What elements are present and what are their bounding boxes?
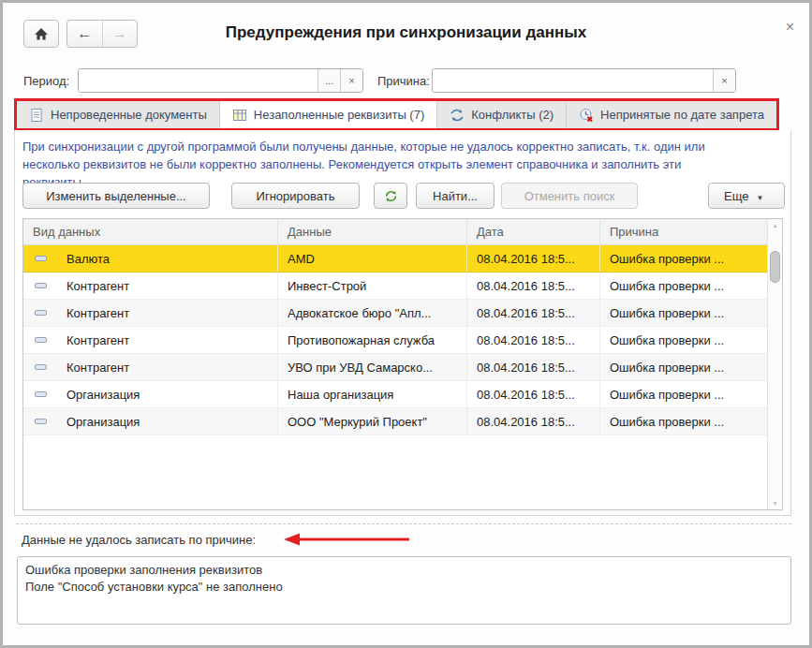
- cell-reason: Ошибка проверки ...: [600, 272, 782, 299]
- cell-kind: Контрагент: [66, 333, 129, 347]
- period-input[interactable]: [79, 69, 317, 92]
- table-icon: [232, 108, 247, 123]
- cell-date: 08.04.2016 18:5...: [467, 381, 600, 407]
- cell-date: 08.04.2016 18:5...: [467, 327, 600, 353]
- row-status-dash-icon: [35, 364, 47, 370]
- cell-kind: Организация: [66, 388, 140, 402]
- cell-date: 08.04.2016 18:5...: [467, 408, 600, 434]
- page-title: Предупреждения при синхронизации данных: [226, 23, 587, 42]
- table-row[interactable]: Контрагент Инвест-Строй 08.04.2016 18:5.…: [23, 272, 782, 300]
- scrollbar-thumb[interactable]: [770, 251, 780, 283]
- cell-date: 08.04.2016 18:5...: [467, 245, 600, 272]
- cell-date: 08.04.2016 18:5...: [467, 300, 600, 326]
- clock-denied-icon: [579, 108, 594, 123]
- cell-data: Наша организация: [278, 381, 467, 407]
- period-label: Период:: [23, 74, 69, 88]
- table-row[interactable]: Контрагент Противопожарная служба 08.04.…: [23, 327, 782, 354]
- home-button[interactable]: [23, 20, 59, 48]
- table-row[interactable]: Валюта AMD 08.04.2016 18:5... Ошибка про…: [23, 245, 782, 272]
- cell-reason: Ошибка проверки ...: [600, 300, 782, 326]
- period-field-group: ... ×: [78, 68, 363, 93]
- red-annotation-arrow-icon: [284, 532, 411, 551]
- row-status-dash-icon: [35, 391, 47, 397]
- column-header-kind[interactable]: Вид данных: [23, 219, 278, 244]
- table-row[interactable]: Организация ООО "Меркурий Проект" 08.04.…: [23, 408, 782, 435]
- history-buttons: ← →: [66, 20, 138, 48]
- cell-data: ООО "Меркурий Проект": [278, 408, 467, 434]
- reason-input[interactable]: [433, 69, 713, 92]
- tab-label: Непроведенные документы: [51, 108, 207, 122]
- cell-kind: Организация: [66, 415, 140, 429]
- cell-reason: Ошибка проверки ...: [600, 381, 782, 407]
- scroll-down-icon[interactable]: ▼: [768, 500, 782, 507]
- table-row[interactable]: Контрагент Адвокатское бюро "Апл... 08.0…: [23, 300, 782, 327]
- more-button[interactable]: Еще▼: [708, 183, 785, 209]
- row-status-dash-icon: [35, 337, 47, 343]
- back-arrow-icon: ←: [77, 25, 92, 42]
- table-header: Вид данных Данные Дата Причина: [23, 219, 782, 245]
- app-window: ← → Предупреждения при синхронизации дан…: [0, 0, 812, 648]
- refresh-icon: [384, 189, 398, 203]
- warnings-panel: При синхронизации с другой программой бы…: [14, 130, 791, 516]
- cell-reason: Ошибка проверки ...: [600, 408, 782, 434]
- ignore-button[interactable]: Игнорировать: [231, 183, 360, 209]
- cell-kind: Контрагент: [66, 361, 129, 375]
- conflict-arrows-icon: [450, 108, 465, 123]
- cell-data: Адвокатское бюро "Апл...: [278, 300, 467, 326]
- tab-unfilled-attributes[interactable]: Незаполненные реквизиты (7): [220, 101, 437, 128]
- tab-label: Незаполненные реквизиты (7): [254, 108, 424, 122]
- column-header-data[interactable]: Данные: [278, 219, 467, 244]
- cell-data: УВО при УВД Самарско...: [278, 354, 467, 380]
- close-icon[interactable]: ×: [786, 20, 794, 35]
- cancel-search-button[interactable]: Отменить поиск: [501, 183, 638, 209]
- edit-selected-button[interactable]: Изменить выделенные...: [22, 183, 210, 209]
- cell-kind: Контрагент: [66, 279, 129, 293]
- find-button[interactable]: Найти...: [416, 183, 495, 209]
- cell-reason: Ошибка проверки ...: [600, 327, 782, 353]
- cell-reason: Ошибка проверки ...: [600, 354, 782, 380]
- scroll-up-icon[interactable]: ▲: [768, 222, 782, 228]
- cell-kind: Валюта: [66, 252, 110, 266]
- table-body: Валюта AMD 08.04.2016 18:5... Ошибка про…: [23, 245, 782, 435]
- reason-clear-button[interactable]: ×: [713, 69, 735, 92]
- period-clear-button[interactable]: ×: [340, 69, 362, 92]
- tab-rejected-by-date[interactable]: Непринятые по дате запрета: [567, 101, 776, 128]
- period-select-button[interactable]: ...: [317, 69, 340, 92]
- failure-details-text[interactable]: Ошибка проверки заполнения реквизитов По…: [17, 556, 791, 625]
- cell-data: Инвест-Строй: [278, 272, 467, 299]
- home-icon: [34, 27, 49, 41]
- cell-kind: Контрагент: [66, 306, 129, 320]
- column-header-date[interactable]: Дата: [467, 219, 600, 244]
- tab-label: Непринятые по дате запрета: [600, 108, 764, 122]
- forward-arrow-icon: →: [112, 25, 127, 42]
- cell-data: Противопожарная служба: [278, 327, 467, 353]
- row-status-dash-icon: [35, 256, 47, 261]
- column-header-reason[interactable]: Причина: [600, 219, 782, 244]
- dashed-separator: [16, 523, 791, 524]
- more-button-label: Еще: [724, 189, 748, 203]
- cell-date: 08.04.2016 18:5...: [467, 354, 600, 380]
- tab-bar-annotation-box: Непроведенные документы Незаполненные ре…: [14, 98, 779, 131]
- document-icon: [29, 108, 44, 123]
- reason-label: Причина:: [377, 74, 430, 88]
- tab-unposted-documents[interactable]: Непроведенные документы: [17, 101, 220, 128]
- forward-button[interactable]: →: [103, 21, 138, 47]
- refresh-button[interactable]: [374, 183, 407, 209]
- chevron-down-icon: ▼: [756, 194, 763, 202]
- reason-field-group: ×: [432, 68, 736, 93]
- table-row[interactable]: Контрагент УВО при УВД Самарско... 08.04…: [23, 354, 782, 381]
- table-row[interactable]: Организация Наша организация 08.04.2016 …: [23, 381, 782, 408]
- tab-conflicts[interactable]: Конфликты (2): [437, 101, 567, 128]
- vertical-scrollbar[interactable]: ▲ ▼: [767, 219, 782, 509]
- tab-label: Конфликты (2): [471, 108, 554, 122]
- row-status-dash-icon: [35, 283, 47, 288]
- cell-reason: Ошибка проверки ...: [600, 245, 782, 272]
- back-button[interactable]: ←: [67, 21, 103, 47]
- failure-reason-label: Данные не удалось записать по причине:: [22, 533, 256, 547]
- warnings-table: Вид данных Данные Дата Причина Валюта AM…: [22, 218, 783, 510]
- row-status-dash-icon: [35, 310, 47, 316]
- row-status-dash-icon: [35, 419, 47, 424]
- cell-data: AMD: [278, 245, 467, 272]
- cell-date: 08.04.2016 18:5...: [467, 272, 600, 299]
